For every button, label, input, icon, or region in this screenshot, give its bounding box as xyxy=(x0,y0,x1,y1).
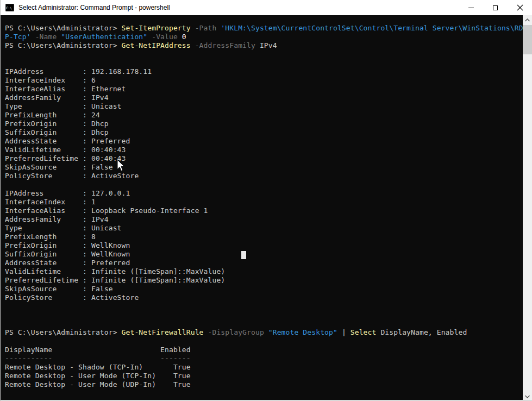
console-line: ----------- ------- xyxy=(5,354,523,363)
console-line: PreferredLifetime : 00:40:43 xyxy=(5,154,523,163)
console-line xyxy=(5,302,523,311)
console-line xyxy=(5,319,523,328)
console-line: AddressState : Preferred xyxy=(5,137,523,146)
title-bar[interactable]: C:\_ Select Administrator: Command Promp… xyxy=(1,0,532,15)
console-line: P-Tcp' -Name "UserAuthentication" -Value… xyxy=(5,33,523,41)
console-line: IPAddress : 192.168.178.11 xyxy=(5,67,523,76)
console-line: ValidLifetime : 00:40:43 xyxy=(5,146,523,154)
console-line xyxy=(5,389,523,398)
console-line: PrefixLength : 8 xyxy=(5,233,523,241)
console-line xyxy=(5,50,523,59)
close-icon xyxy=(517,4,523,11)
window-controls xyxy=(459,0,532,15)
mouse-cursor xyxy=(117,160,125,172)
console-line: Type : Unicast xyxy=(5,102,523,111)
maximize-button[interactable] xyxy=(483,0,508,15)
console-line xyxy=(5,59,523,67)
console-line xyxy=(5,180,523,189)
console-line: Remote Desktop - User Mode (UDP-In) True xyxy=(5,380,523,389)
minimize-button[interactable] xyxy=(459,0,483,15)
console-line: Type : Unicast xyxy=(5,224,523,233)
scroll-up-button[interactable] xyxy=(523,15,532,24)
console-line: SkipAsSource : False xyxy=(5,285,523,293)
console-line: IPAddress : 127.0.0.1 xyxy=(5,189,523,198)
text-cursor xyxy=(241,251,246,259)
console-line: PrefixOrigin : Dhcp xyxy=(5,120,523,128)
console-line: InterfaceIndex : 6 xyxy=(5,76,523,85)
scroll-down-icon xyxy=(525,395,530,398)
console-line: PrefixLength : 24 xyxy=(5,111,523,120)
scroll-up-icon xyxy=(525,18,530,22)
scrollbar-thumb[interactable] xyxy=(523,25,532,54)
console-line: SuffixOrigin : WellKnown xyxy=(5,250,523,259)
console-line: PolicyStore : ActiveStore xyxy=(5,172,523,180)
window-title: Select Administrator: Command Prompt - p… xyxy=(18,4,170,11)
maximize-icon xyxy=(493,5,498,10)
console-line: SuffixOrigin : Dhcp xyxy=(5,128,523,137)
console-line: PS C:\Users\Administrator> Get-NetIPAddr… xyxy=(5,41,523,50)
cmd-icon: C:\_ xyxy=(5,4,14,11)
console-line: PS C:\Users\Administrator> Set-ItemPrope… xyxy=(5,24,523,33)
console-line: Remote Desktop - User Mode (TCP-In) True xyxy=(5,372,523,380)
console-line: AddressState : Preferred xyxy=(5,259,523,267)
console-output[interactable]: PS C:\Users\Administrator> Set-ItemPrope… xyxy=(1,15,523,400)
close-button[interactable] xyxy=(508,0,532,15)
console-line xyxy=(5,311,523,319)
console-line xyxy=(5,337,523,346)
console-line: InterfaceIndex : 1 xyxy=(5,198,523,206)
terminal-window: C:\_ Select Administrator: Command Promp… xyxy=(0,0,532,401)
console-line: InterfaceAlias : Loopback Pseudo-Interfa… xyxy=(5,206,523,215)
console-line: PreferredLifetime : Infinite ([TimeSpan]… xyxy=(5,276,523,285)
minimize-icon xyxy=(468,8,474,8)
console-line: Remote Desktop - Shadow (TCP-In) True xyxy=(5,363,523,372)
console-line: SkipAsSource : False xyxy=(5,163,523,172)
console-line: InterfaceAlias : Ethernet xyxy=(5,85,523,93)
console-line: AddressFamily : IPv4 xyxy=(5,215,523,224)
console-line: AddressFamily : IPv4 xyxy=(5,93,523,102)
console-line: PrefixOrigin : WellKnown xyxy=(5,241,523,250)
console-line: ValidLifetime : Infinite ([TimeSpan]::Ma… xyxy=(5,267,523,276)
vertical-scrollbar[interactable] xyxy=(523,15,532,401)
console-line: PS C:\Users\Administrator> Get-NetFirewa… xyxy=(5,328,523,337)
console-line: DisplayName Enabled xyxy=(5,346,523,354)
console-line: PolicyStore : ActiveStore xyxy=(5,293,523,302)
